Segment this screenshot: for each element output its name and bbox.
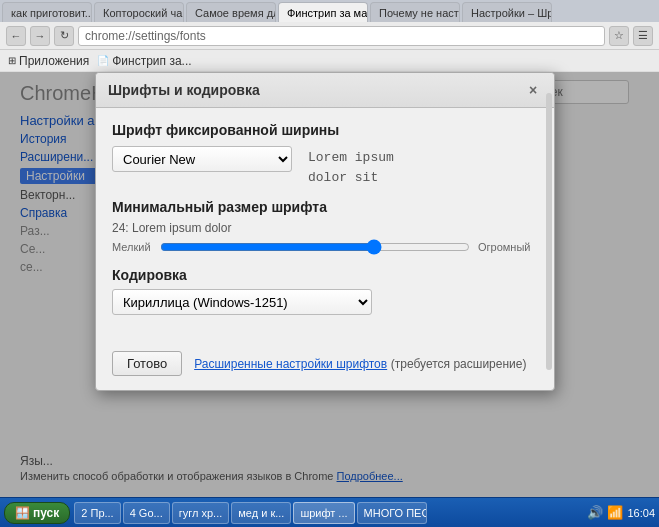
taskbar-time: 16:04 [627,507,655,519]
advanced-note: (требуется расширение) [391,357,527,371]
tab-bar: как приготовит... × Коптороский чай [ × … [0,0,659,22]
tab-2[interactable]: Коптороский чай [ × [94,2,184,22]
taskbar-item-4[interactable]: мед и к... [231,502,291,524]
encoding-section: Кодировка Кириллица (Windows-1251) Unico… [112,267,538,315]
modal-overlay: Шрифты и кодировка × Шрифт фиксированной… [0,72,659,497]
address-bar[interactable] [78,26,605,46]
taskbar-item-5[interactable]: шрифт ... [293,502,354,524]
taskbar-item-1[interactable]: 2 Пр... [74,502,120,524]
encoding-select[interactable]: Кириллица (Windows-1251) Unicode (UTF-8)… [112,289,372,315]
menu-button[interactable]: ☰ [633,26,653,46]
tab-3[interactable]: Самое время дл... × [186,2,276,22]
slider-min-label: Мелкий [112,241,152,253]
bookmark-finstip[interactable]: 📄 Финстрип за... [97,54,191,68]
modal-body: Шрифт фиксированной ширины Courier New C… [96,108,554,343]
taskbar-item-2[interactable]: 4 Go... [123,502,170,524]
min-font-title: Минимальный размер шрифта [112,199,538,215]
tab-6[interactable]: Настройки – Шр... × [462,2,552,22]
start-icon: 🪟 [15,506,30,520]
content-area: ChromeНастройки Настройки автозаполнения… [0,72,659,497]
star-button[interactable]: ☆ [609,26,629,46]
tab-4[interactable]: Финстрип за май... × [278,2,368,22]
start-button[interactable]: 🪟 пуск [4,502,70,524]
browser-frame: как приготовит... × Коптороский чай [ × … [0,0,659,527]
fixed-font-title: Шрифт фиксированной ширины [112,122,538,138]
taskbar-tray: 🔊 📶 16:04 [587,505,655,520]
bookmarks-bar: ⊞ Приложения 📄 Финстрип за... [0,50,659,72]
taskbar-item-3[interactable]: гугл хр... [172,502,230,524]
taskbar: 🪟 пуск 2 Пр... 4 Go... гугл хр... мед и … [0,497,659,527]
reload-button[interactable]: ↻ [54,26,74,46]
advanced-link[interactable]: Расширенные настройки шрифтов [194,357,387,371]
slider-section: Минимальный размер шрифта 24: Lorem ipsu… [112,199,538,255]
modal-footer: Готово Расширенные настройки шрифтов (тр… [96,343,554,390]
slider-row: Мелкий Огромный [112,239,538,255]
font-size-slider[interactable] [160,239,470,255]
settings-background: ChromeНастройки Настройки автозаполнения… [0,72,659,497]
font-preview: Lorem ipsum dolor sit [308,146,394,187]
modal-title: Шрифты и кодировка [108,82,260,98]
font-select-container: Courier New Courier Lucida Console Conso… [112,146,292,172]
nav-bar: ← → ↻ ☆ ☰ [0,22,659,50]
taskbar-items: 2 Пр... 4 Go... гугл хр... мед и к... шр… [74,502,583,524]
tray-network-icon[interactable]: 📶 [607,505,623,520]
finstip-icon: 📄 [97,55,109,66]
modal-close-button[interactable]: × [524,81,542,99]
tray-sound-icon[interactable]: 🔊 [587,505,603,520]
bookmark-apps[interactable]: ⊞ Приложения [8,54,89,68]
taskbar-item-6[interactable]: МНОГО ПЕСЕН [357,502,427,524]
done-button[interactable]: Готово [112,351,182,376]
font-row: Courier New Courier Lucida Console Conso… [112,146,538,187]
tab-5[interactable]: Почему не настр... × [370,2,460,22]
slider-max-label: Огромный [478,241,538,253]
tab-1[interactable]: как приготовит... × [2,2,92,22]
slider-value-label: 24: Lorem ipsum dolor [112,221,538,235]
forward-button[interactable]: → [30,26,50,46]
encoding-title: Кодировка [112,267,538,283]
apps-icon: ⊞ [8,55,16,66]
fonts-modal: Шрифты и кодировка × Шрифт фиксированной… [95,72,555,391]
back-button[interactable]: ← [6,26,26,46]
modal-header: Шрифты и кодировка × [96,73,554,108]
font-select[interactable]: Courier New Courier Lucida Console Conso… [112,146,292,172]
modal-scrollbar[interactable] [546,93,552,370]
